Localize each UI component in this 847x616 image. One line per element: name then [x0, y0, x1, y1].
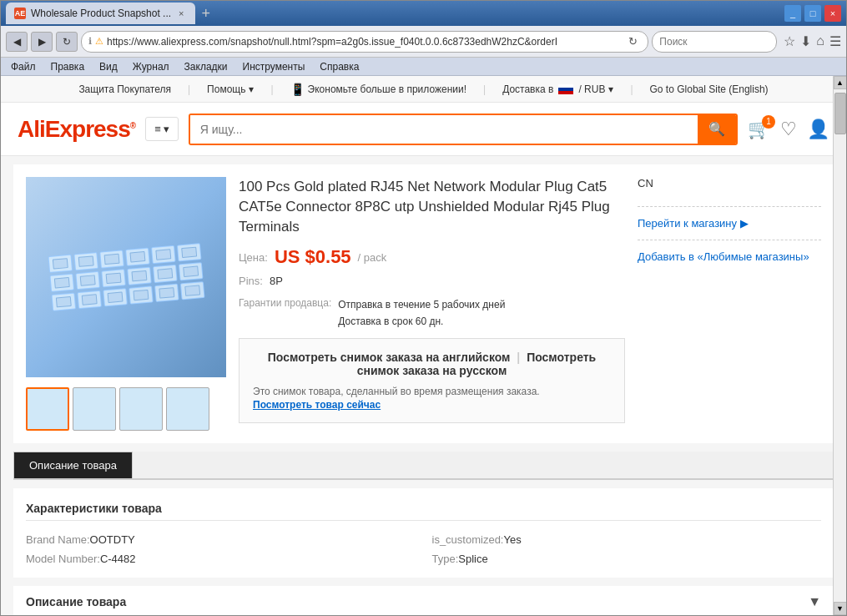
- browser-search-input[interactable]: [659, 36, 769, 48]
- help-dropdown-icon: ▾: [249, 83, 254, 95]
- tab-close-button[interactable]: ×: [176, 8, 186, 19]
- menu-icon[interactable]: ☰: [829, 33, 841, 49]
- menu-bookmarks[interactable]: Закладки: [178, 60, 234, 73]
- close-window-button[interactable]: ×: [824, 5, 841, 22]
- category-button[interactable]: ≡ ▾: [145, 117, 179, 141]
- forward-button[interactable]: ▶: [31, 32, 53, 52]
- cart-button[interactable]: 🛒 1: [748, 119, 770, 140]
- add-to-favorites-link[interactable]: Добавить в «Любимые магазины»: [638, 250, 821, 263]
- menu-help[interactable]: Справка: [313, 60, 366, 73]
- connector-5: [151, 245, 176, 264]
- menu-bar: Файл Правка Вид Журнал Закладки Инструме…: [1, 58, 846, 76]
- go-to-store-link[interactable]: Перейти к магазину ▶: [638, 217, 821, 230]
- view-product-link[interactable]: Посмотреть товар сейчас: [253, 399, 611, 411]
- address-bar[interactable]: ℹ ⚠ https://www.aliexpress.com/snapshot/…: [81, 31, 648, 53]
- product-sidebar: CN Перейти к магазину ▶ Добавить в «Люби…: [638, 177, 821, 431]
- menu-file[interactable]: Файл: [4, 60, 43, 73]
- product-main-image[interactable]: [26, 177, 226, 377]
- main-search-button[interactable]: 🔍: [698, 115, 736, 144]
- active-tab[interactable]: AE Wholesale Product Snapshot ... ×: [6, 3, 195, 24]
- snapshot-link-en[interactable]: Посмотреть снимок заказа на английском: [268, 351, 511, 364]
- help-label: Помощь: [207, 83, 245, 95]
- brand-value: OOTDTY: [90, 533, 135, 546]
- minimize-button[interactable]: _: [784, 5, 801, 22]
- characteristics-section: Характеристики товара Brand Name:OOTDTY …: [13, 488, 834, 578]
- model-value: C-4482: [100, 553, 136, 565]
- title-bar: AE Wholesale Product Snapshot ... × + _ …: [1, 1, 846, 26]
- thumbnail-3[interactable]: [119, 387, 163, 431]
- maximize-button[interactable]: □: [804, 5, 821, 22]
- thumbnail-2[interactable]: [73, 387, 116, 431]
- new-tab-button[interactable]: +: [202, 5, 211, 23]
- delivery-label: Доставка в: [502, 83, 553, 95]
- main-search-input[interactable]: [190, 115, 698, 144]
- snapshot-note-text: Это снимок товара, сделанный во время ра…: [253, 386, 540, 397]
- address-refresh-icon[interactable]: ↻: [625, 35, 641, 48]
- title-bar-left: AE Wholesale Product Snapshot ... × +: [6, 3, 210, 24]
- buyer-protection-link[interactable]: Защита Покупателя: [78, 83, 171, 95]
- scrollbar-thumb[interactable]: [834, 93, 846, 134]
- guarantee-label: Гарантии продавца:: [239, 297, 331, 329]
- refresh-button[interactable]: ↻: [56, 32, 78, 52]
- scrollbar-up-button[interactable]: ▲: [834, 76, 847, 89]
- description-expand-icon[interactable]: ▼: [808, 594, 821, 609]
- global-site-link[interactable]: Go to Global Site (English): [650, 83, 769, 95]
- product-section: 100 Pcs Gold plated RJ45 Net Network Mod…: [13, 164, 834, 443]
- navigation-bar: ◀ ▶ ↻ ℹ ⚠ https://www.aliexpress.com/sna…: [1, 26, 846, 58]
- main-content: 100 Pcs Gold plated RJ45 Net Network Mod…: [1, 156, 846, 615]
- product-image-bg: [26, 177, 226, 377]
- menu-journal[interactable]: Журнал: [126, 60, 176, 73]
- brand-label: Brand Name:: [26, 533, 90, 546]
- security-warning-icon: ⚠: [95, 36, 103, 47]
- menu-edit[interactable]: Правка: [44, 60, 92, 73]
- app-promo-label: Экономьте больше в приложении!: [308, 83, 466, 95]
- download-icon[interactable]: ⬇: [800, 33, 811, 49]
- window-controls: _ □ ×: [784, 5, 841, 22]
- home-icon[interactable]: ⌂: [816, 33, 824, 49]
- help-link[interactable]: Помощь ▾: [207, 83, 254, 95]
- global-site-label: Go to Global Site (English): [650, 83, 769, 95]
- price-row: Цена: US $0.55 / pack: [239, 246, 625, 268]
- url-text: https://www.aliexpress.com/snapshot/null…: [107, 36, 622, 48]
- thumbnail-1[interactable]: [26, 387, 69, 431]
- back-button[interactable]: ◀: [6, 32, 28, 52]
- guarantee-line-2: Доставка в срок 60 дн.: [338, 314, 505, 330]
- buyer-protection-label: Защита Покупателя: [78, 83, 171, 95]
- price-value: US $0.55: [275, 246, 351, 268]
- cart-badge: 1: [762, 115, 775, 129]
- account-button[interactable]: 👤: [807, 119, 829, 140]
- connector-6: [176, 243, 201, 261]
- connector-18: [179, 281, 204, 300]
- logo-text: AliExpress: [18, 116, 130, 142]
- connector-16: [129, 285, 154, 304]
- main-search-bar[interactable]: 🔍: [189, 114, 738, 145]
- thumbnail-4[interactable]: [166, 387, 209, 431]
- product-images-area: [26, 177, 226, 431]
- char-grid: Brand Name:OOTDTY is_customized:Yes Mode…: [26, 529, 821, 569]
- divider-1: |: [188, 83, 190, 95]
- tab-description[interactable]: Описание товара: [13, 452, 133, 478]
- aliexpress-logo[interactable]: AliExpress®: [18, 116, 135, 143]
- connector-8: [75, 271, 100, 290]
- menu-view[interactable]: Вид: [93, 60, 124, 73]
- browser-search-box[interactable]: [652, 31, 777, 53]
- connector-1: [48, 255, 73, 273]
- customized-label: is_customized:: [432, 533, 504, 546]
- scrollbar-down-button[interactable]: ▼: [834, 602, 847, 615]
- bookmarks-icon[interactable]: ☆: [784, 33, 795, 49]
- connector-10: [127, 266, 152, 285]
- type-label: Type:: [432, 553, 459, 565]
- tab-favicon: AE: [14, 8, 26, 19]
- type-value: Splice: [458, 553, 487, 565]
- sidebar-divider-1: [638, 206, 821, 207]
- guarantee-text: Отправка в течение 5 рабочих дней Достав…: [338, 297, 505, 329]
- tab-title: Wholesale Product Snapshot ...: [31, 8, 171, 19]
- model-number-item: Model Number:C-4482: [26, 553, 416, 565]
- wishlist-button[interactable]: ♡: [780, 119, 797, 140]
- delivery-selector[interactable]: Доставка в / RUB ▾: [502, 83, 613, 95]
- menu-tools[interactable]: Инструменты: [236, 60, 312, 73]
- price-unit: / pack: [358, 251, 387, 264]
- price-label: Цена:: [239, 251, 268, 264]
- app-promo: 📱 Экономьте больше в приложении!: [290, 83, 466, 96]
- pins-value: 8P: [270, 275, 283, 287]
